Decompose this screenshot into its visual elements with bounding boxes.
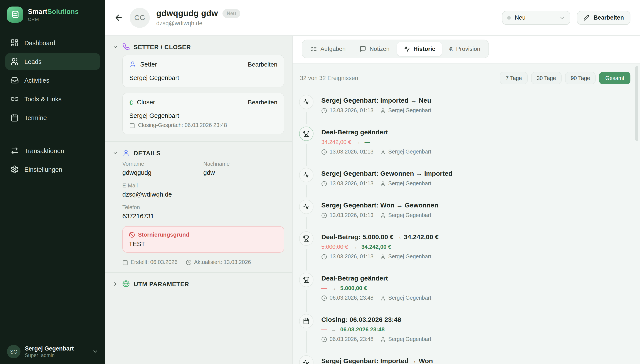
events-area: 32 von 32 Ereignissen 7 Tage 30 Tage 90 … [292, 64, 640, 364]
main-area: GG gdwqgudg gdw Neu dzsq@wdiwqh.de Neu [105, 0, 640, 364]
tab-historie[interactable]: Historie [397, 42, 442, 56]
field-label: Telefon [122, 204, 284, 210]
event-change: — → 5.000,00 € [321, 285, 431, 291]
page-title: gdwqgudg gdw [156, 9, 218, 18]
chevron-right-icon[interactable] [112, 281, 118, 287]
sidebar-item-dashboard[interactable]: Dashboard [5, 34, 100, 51]
closer-name: Sergej Gegenbart [129, 112, 277, 119]
tabs-band: Aufgaben Notizen Historie [292, 36, 640, 64]
timeline-event: Sergej Gegenbart: Gewonnen → Imported 13… [299, 168, 630, 186]
event-title: Deal-Betrag geändert [321, 128, 431, 136]
chevron-down-icon[interactable] [112, 44, 118, 50]
sidebar-item-transaktionen[interactable]: Transaktionen [5, 142, 100, 159]
dashboard-icon [11, 39, 19, 47]
timeline-event: Sergej Gegenbart: Imported → Won [299, 355, 630, 364]
person-icon [380, 149, 386, 154]
checklist-icon [310, 46, 317, 52]
timeline-event: Sergej Gegenbart: Imported → Neu 13.03.2… [299, 95, 630, 114]
person-icon [380, 108, 386, 113]
new-value: 34.242,00 € [361, 244, 391, 250]
timeline-event: Deal-Betrag geändert — → 5.000,00 € 06.0… [299, 273, 630, 301]
tab-group: Aufgaben Notizen Historie [302, 40, 489, 58]
trophy-icon [299, 273, 313, 287]
tab-label: Notizen [370, 46, 390, 52]
event-title: Sergej Gegenbart: Imported → Won [321, 357, 433, 364]
lead-avatar: GG [130, 8, 150, 28]
event-time: 13.03.2026, 01:13 [330, 180, 374, 186]
tab-provision[interactable]: € Provision [443, 42, 487, 56]
sidebar-item-leads[interactable]: Leads [5, 53, 100, 70]
event-title: Sergej Gegenbart: Gewonnen → Imported [321, 170, 452, 177]
field-vorname: Vorname gdwqgudg [122, 161, 203, 176]
sidebar-item-activities[interactable]: Activities [5, 72, 100, 89]
sidebar-item-termine[interactable]: Termine [5, 109, 100, 126]
edit-button-label: Bearbeiten [593, 14, 624, 21]
message-icon [360, 46, 366, 52]
event-time: 13.03.2026, 01:13 [330, 212, 374, 218]
pencil-icon [583, 14, 589, 21]
tab-label: Historie [413, 46, 435, 52]
event-title: Deal-Betrag geändert [321, 274, 431, 282]
event-user: Sergej Gegenbart [388, 295, 431, 301]
event-user: Sergej Gegenbart [388, 212, 431, 218]
event-time: 13.03.2026, 01:13 [330, 254, 374, 260]
lead-header: GG gdwqgudg gdw Neu dzsq@wdiwqh.de Neu [105, 0, 640, 36]
chevron-down-icon[interactable] [92, 348, 98, 355]
sidebar-item-tools-links[interactable]: Tools & Links [5, 90, 100, 108]
event-change: — → 06.03.2026 23:48 [321, 326, 431, 333]
edit-button[interactable]: Bearbeiten [577, 11, 630, 24]
event-user: Sergej Gegenbart [388, 108, 431, 114]
old-value: 5.000,00 € [321, 244, 348, 250]
tab-aufgaben[interactable]: Aufgaben [304, 42, 352, 56]
database-icon [11, 10, 19, 19]
closer-edit-link[interactable]: Bearbeiten [248, 99, 277, 106]
clock-icon [321, 149, 327, 154]
activity-icon [299, 200, 313, 214]
event-timeline: Sergej Gegenbart: Imported → Neu 13.03.2… [299, 95, 630, 364]
event-user: Sergej Gegenbart [388, 254, 431, 260]
phone-icon [122, 43, 130, 50]
event-user: Sergej Gegenbart [388, 336, 431, 342]
clock-icon [321, 254, 327, 260]
filter-30-tage[interactable]: 30 Tage [531, 72, 562, 84]
setter-name: Sergej Gegenbart [129, 74, 277, 81]
activity-icon [299, 168, 313, 182]
globe-icon [122, 280, 130, 288]
filter-gesamt[interactable]: Gesamt [599, 72, 630, 84]
gear-icon [11, 165, 19, 174]
clock-icon [321, 212, 327, 218]
users-icon [11, 58, 19, 66]
chevron-down-icon[interactable] [112, 150, 118, 156]
person-icon [380, 254, 386, 260]
brand-logo [7, 6, 23, 22]
lead-details-panel: SETTER / CLOSER Setter Bearbeiten Se [105, 36, 292, 364]
filter-7-tage[interactable]: 7 Tage [500, 72, 528, 84]
field-label: Nachname [203, 161, 284, 167]
timeline-event: Closing: 06.03.2026 23:48 — → 06.03.2026… [299, 314, 630, 342]
user-menu[interactable]: SG Sergej Gegenbart Super_admin [0, 339, 105, 364]
tab-notizen[interactable]: Notizen [353, 42, 396, 56]
clock-icon [321, 108, 327, 113]
user-icon [122, 149, 130, 156]
event-time: 06.03.2026, 23:48 [330, 336, 374, 342]
filter-90-tage[interactable]: 90 Tage [565, 72, 596, 84]
chevron-down-icon [559, 14, 565, 21]
status-dropdown[interactable]: Neu [502, 11, 570, 24]
arrow-icon: → [355, 139, 361, 145]
sidebar-nav-secondary: Transaktionen Einstellungen [0, 137, 105, 183]
tab-label: Provision [456, 46, 480, 52]
lead-email: dzsq@wdiwqh.de [156, 20, 240, 26]
field-nachname: Nachname gdw [203, 161, 284, 176]
cancellation-label: Stornierungsgrund [138, 231, 189, 238]
clock-icon [186, 260, 191, 265]
back-arrow-icon[interactable] [114, 13, 123, 22]
sidebar-item-einstellungen[interactable]: Einstellungen [5, 161, 100, 178]
cancellation-value: TEST [129, 240, 278, 248]
event-time: 13.03.2026, 01:13 [330, 149, 374, 155]
old-value: — [321, 285, 327, 291]
person-icon [380, 295, 386, 301]
user-name: Sergej Gegenbart [25, 345, 88, 352]
setter-edit-link[interactable]: Bearbeiten [248, 61, 277, 68]
calendar-icon [11, 114, 19, 122]
scrollbar-thumb[interactable] [635, 66, 638, 141]
